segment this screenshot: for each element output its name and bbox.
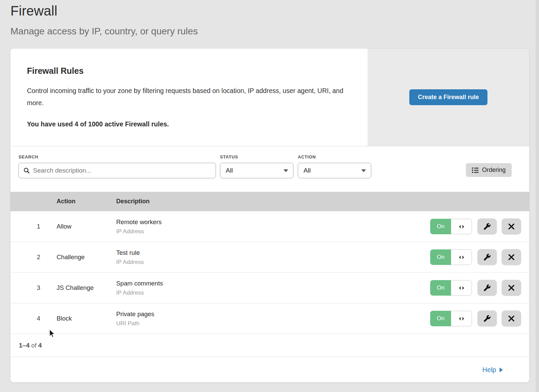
rule-match-type: URI Path — [116, 320, 430, 327]
toggle-on-label: On — [430, 311, 451, 326]
rules-description: Control incoming traffic to your zone by… — [27, 85, 347, 109]
help-link[interactable]: Help — [482, 366, 503, 374]
close-icon — [508, 315, 515, 322]
toggle-on-label: On — [430, 280, 451, 296]
page-title: Firewall — [10, 3, 539, 19]
table-row: 4 Block Private pages URI Path On — [10, 303, 529, 334]
rule-description: Private pages — [116, 310, 430, 318]
rules-summary-section: Firewall Rules Control incoming traffic … — [10, 49, 529, 146]
toggle-handle[interactable] — [451, 280, 472, 296]
search-label: SEARCH — [19, 154, 216, 159]
search-icon — [24, 168, 30, 174]
delete-rule-button[interactable] — [502, 249, 521, 265]
left-right-arrows-icon — [458, 224, 465, 229]
status-label: STATUS — [220, 154, 293, 159]
delete-rule-button[interactable] — [502, 280, 521, 296]
action-column-header: Action — [57, 198, 116, 205]
rule-description: Spam comments — [116, 280, 430, 287]
toggle-on-label: On — [430, 249, 451, 265]
filters-bar: SEARCH STATUS All ACTION All — [10, 146, 529, 192]
card-footer: Help — [10, 357, 529, 383]
scrollbar-track[interactable] — [536, 0, 539, 392]
rules-summary-text: Firewall Rules Control incoming traffic … — [10, 49, 368, 146]
rule-toggle[interactable]: On — [430, 311, 472, 326]
close-icon — [508, 284, 515, 291]
edit-rule-button[interactable] — [477, 280, 497, 296]
description-column-header: Description — [116, 198, 529, 205]
edit-rule-button[interactable] — [477, 218, 497, 235]
edit-rule-button[interactable] — [477, 310, 497, 327]
status-select-value: All — [226, 167, 233, 174]
rule-match-type: IP Address — [116, 259, 430, 266]
rule-priority: 4 — [10, 315, 57, 322]
rule-priority: 2 — [10, 253, 57, 261]
wrench-icon — [483, 253, 491, 261]
rule-action: Block — [57, 315, 116, 322]
rule-match-type: IP Address — [116, 228, 430, 235]
left-right-arrows-icon — [458, 255, 465, 260]
left-right-arrows-icon — [458, 316, 465, 321]
close-icon — [508, 254, 515, 261]
toggle-on-label: On — [430, 219, 451, 234]
delete-rule-button[interactable] — [502, 218, 521, 235]
page-header: Firewall Manage access by IP, country, o… — [0, 0, 539, 37]
page-subtitle: Manage access by IP, country, or query r… — [10, 26, 539, 37]
toggle-handle[interactable] — [451, 311, 472, 326]
ordering-button[interactable]: Ordering — [466, 163, 512, 177]
rule-action: Challenge — [57, 253, 116, 261]
rules-summary-side-panel: Create a Firewall rule — [368, 49, 529, 146]
rule-action: Allow — [57, 223, 116, 230]
table-row: 2 Challenge Test rule IP Address On — [10, 242, 529, 272]
pagination-total: 4 — [38, 342, 42, 349]
pagination-range: 1–4 — [19, 342, 30, 349]
rule-description: Test rule — [116, 249, 430, 257]
wrench-icon — [483, 284, 491, 292]
action-select[interactable]: All — [298, 163, 371, 178]
toggle-handle[interactable] — [451, 249, 472, 265]
chevron-right-icon — [499, 367, 503, 372]
rule-priority: 3 — [10, 284, 57, 292]
status-select[interactable]: All — [220, 163, 293, 178]
search-box[interactable] — [19, 163, 216, 178]
toggle-handle[interactable] — [451, 219, 472, 234]
pagination-of: of — [31, 342, 37, 349]
table-row: 3 JS Challenge Spam comments IP Address … — [10, 272, 529, 303]
pagination: 1–4 of 4 — [10, 334, 529, 357]
rule-toggle[interactable]: On — [430, 280, 472, 296]
rule-action: JS Challenge — [57, 284, 116, 292]
edit-rule-button[interactable] — [477, 249, 497, 265]
firewall-rules-card: Firewall Rules Control incoming traffic … — [10, 48, 530, 383]
rule-toggle[interactable]: On — [430, 219, 472, 234]
action-select-value: All — [304, 167, 311, 174]
rule-match-type: IP Address — [116, 290, 430, 296]
chevron-down-icon — [283, 169, 288, 172]
table-row: 1 Allow Remote workers IP Address On — [10, 211, 529, 242]
list-ordering-icon — [472, 167, 479, 173]
table-header: Action Description — [10, 192, 529, 211]
left-right-arrows-icon — [458, 286, 465, 290]
search-input[interactable] — [33, 167, 211, 174]
wrench-icon — [483, 315, 491, 322]
rule-priority: 1 — [10, 223, 57, 230]
help-link-label: Help — [482, 366, 496, 374]
rule-description: Remote workers — [116, 218, 430, 226]
ordering-button-label: Ordering — [482, 167, 506, 174]
create-firewall-rule-button[interactable]: Create a Firewall rule — [409, 89, 487, 105]
action-label: ACTION — [298, 154, 371, 159]
close-icon — [508, 223, 515, 230]
wrench-icon — [483, 223, 491, 230]
rules-heading: Firewall Rules — [27, 66, 354, 76]
delete-rule-button[interactable] — [502, 310, 521, 327]
rules-usage-note: You have used 4 of 1000 active Firewall … — [27, 120, 354, 128]
rule-toggle[interactable]: On — [430, 249, 472, 265]
chevron-down-icon — [361, 169, 366, 172]
